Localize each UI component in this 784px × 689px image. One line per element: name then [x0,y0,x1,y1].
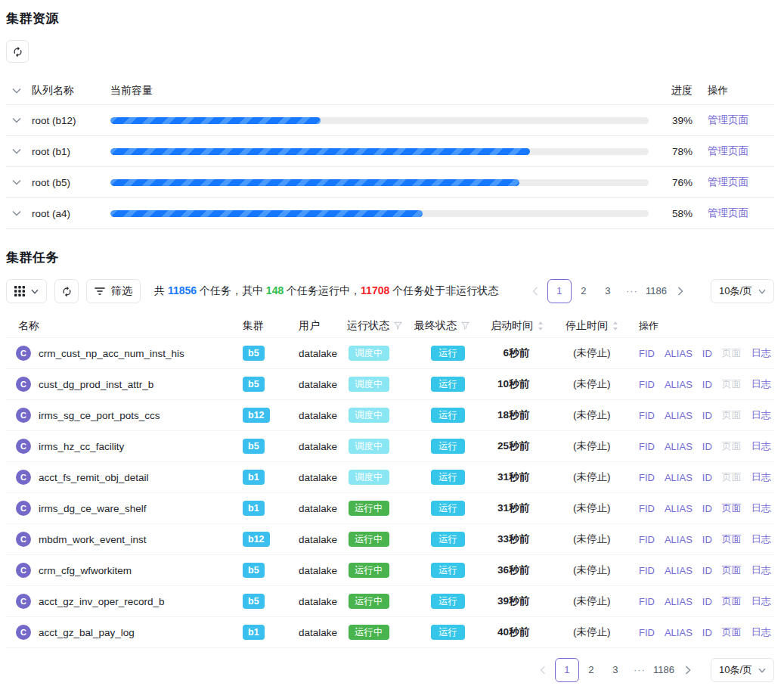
op-id-link[interactable]: ID [702,503,712,514]
page-button-2[interactable]: 2 [579,658,603,682]
sort-icon[interactable] [538,321,544,331]
op-log-link[interactable]: 日志 [751,594,771,608]
run-status-badge: 调度中 [349,346,389,362]
op-log-link[interactable]: 日志 [751,532,771,546]
page-button-1186[interactable]: 1186 [652,658,676,682]
start-time: 36秒前 [491,563,566,577]
page-size-select[interactable]: 10条/页 [711,279,774,303]
op-log-link[interactable]: 日志 [751,563,771,577]
op-alias-link[interactable]: ALIAS [665,503,693,514]
filter-button[interactable]: 筛选 [86,279,141,303]
op-fid-link[interactable]: FID [639,503,655,514]
task-ops: FIDALIASID页面日志 [639,346,774,360]
op-fid-link[interactable]: FID [639,379,655,390]
next-page-button[interactable] [668,279,693,303]
page-button-2[interactable]: 2 [572,279,596,303]
op-alias-link[interactable]: ALIAS [665,565,693,576]
op-fid-link[interactable]: FID [639,565,655,576]
cluster-badge: b5 [243,594,265,610]
task-name: acct_gz_inv_oper_record_b [39,596,165,607]
op-log-link[interactable]: 日志 [751,439,771,453]
op-alias-link[interactable]: ALIAS [665,441,693,452]
op-log-link[interactable]: 日志 [751,470,771,484]
op-fid-link[interactable]: FID [639,596,655,607]
pagination-ellipsis[interactable]: ··· [628,658,652,682]
chevron-down-icon[interactable] [12,148,22,154]
pagination-ellipsis[interactable]: ··· [620,279,644,303]
op-log-link[interactable]: 日志 [751,501,771,515]
op-id-link[interactable]: ID [702,596,712,607]
op-log-link[interactable]: 日志 [751,377,771,391]
op-page-link[interactable]: 页面 [722,532,742,546]
op-log-link[interactable]: 日志 [751,625,771,639]
queue-name-header: 队列名称 [32,84,110,98]
op-alias-link[interactable]: ALIAS [665,348,693,359]
op-log-link[interactable]: 日志 [751,408,771,422]
op-fid-link[interactable]: FID [639,441,655,452]
op-id-link[interactable]: ID [702,534,712,545]
op-page-link[interactable]: 页面 [722,625,742,639]
op-page-link[interactable]: 页面 [722,501,742,515]
start-time: 10秒前 [491,377,566,391]
next-page-button[interactable] [676,658,700,682]
page-button-1[interactable]: 1 [555,658,579,682]
task-avatar: C [16,377,31,392]
chevron-down-icon[interactable] [12,117,22,123]
sort-icon[interactable] [612,321,618,331]
resources-refresh-button[interactable] [6,40,29,63]
op-log-link[interactable]: 日志 [751,346,771,360]
op-id-link[interactable]: ID [702,565,712,576]
task-avatar: C [16,563,31,578]
collapse-all-chevron-down-icon[interactable] [12,88,22,94]
task-table-row: C crm_cust_np_acc_num_inst_his b5 datala… [6,338,774,369]
task-table-row: C irms_sg_ce_port_pots_ccs b12 datalake … [6,400,774,431]
chevron-down-icon[interactable] [12,179,22,185]
run-status-badge: 调度中 [349,377,389,393]
filter-funnel-icon[interactable] [461,321,469,330]
task-avatar: C [16,408,31,423]
op-fid-link[interactable]: FID [639,627,655,638]
op-id-link[interactable]: ID [702,348,712,359]
refresh-icon [12,46,23,57]
op-id-link[interactable]: ID [702,410,712,421]
op-page-link[interactable]: 页面 [722,594,742,608]
op-fid-link[interactable]: FID [639,410,655,421]
op-alias-link[interactable]: ALIAS [665,379,693,390]
op-id-link[interactable]: ID [702,379,712,390]
chevron-down-icon [758,289,766,294]
stop-time: (未停止) [566,563,639,577]
op-id-link[interactable]: ID [702,441,712,452]
run-status-badge: 运行中 [349,563,389,579]
final-status-badge: 运行 [431,377,465,393]
op-page-link[interactable]: 页面 [722,563,742,577]
layout-grid-button[interactable] [6,279,47,303]
tasks-refresh-button[interactable] [54,279,79,303]
page-button-1[interactable]: 1 [547,279,572,303]
manage-page-link[interactable]: 管理页面 [708,176,748,188]
capacity-progress-bar [110,179,658,186]
op-alias-link[interactable]: ALIAS [665,410,693,421]
op-alias-link[interactable]: ALIAS [665,627,693,638]
page-button-3[interactable]: 3 [603,658,628,682]
chevron-down-icon[interactable] [12,210,22,216]
cluster-header: 集群 [243,319,299,333]
op-id-link[interactable]: ID [702,472,712,483]
task-name: irms_hz_cc_facility [39,441,124,452]
task-user: datalake [299,472,347,483]
op-alias-link[interactable]: ALIAS [665,596,693,607]
manage-page-link[interactable]: 管理页面 [708,207,748,219]
op-fid-link[interactable]: FID [639,534,655,545]
op-fid-link[interactable]: FID [639,472,655,483]
task-avatar: C [16,470,31,485]
page-button-3[interactable]: 3 [596,279,620,303]
manage-page-link[interactable]: 管理页面 [708,145,748,157]
filter-funnel-icon[interactable] [394,321,402,330]
op-page-link: 页面 [722,408,742,422]
page-size-select[interactable]: 10条/页 [711,658,774,682]
op-alias-link[interactable]: ALIAS [665,534,693,545]
op-id-link[interactable]: ID [702,627,712,638]
op-fid-link[interactable]: FID [639,348,655,359]
op-alias-link[interactable]: ALIAS [665,472,693,483]
manage-page-link[interactable]: 管理页面 [708,114,748,126]
page-button-1186[interactable]: 1186 [644,279,668,303]
